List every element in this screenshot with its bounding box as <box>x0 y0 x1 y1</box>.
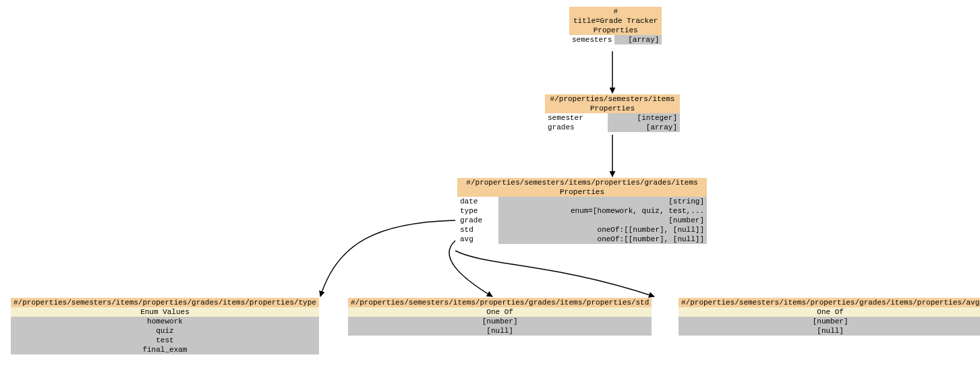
enum-value: homework <box>11 317 319 326</box>
prop-key: date <box>457 197 498 206</box>
property-row: typeenum=[homework, quiz, test,... <box>457 206 707 216</box>
enum-value-row: test <box>11 336 319 345</box>
prop-type: oneOf:[[number], [null]] <box>498 225 707 235</box>
property-row: grade[number] <box>457 216 707 225</box>
property-row: stdoneOf:[[number], [null]] <box>457 225 707 235</box>
prop-key: semester <box>545 113 608 123</box>
node-section: Properties <box>545 104 680 113</box>
property-row: semesters[array] <box>569 35 662 44</box>
prop-type: [string] <box>498 197 707 206</box>
oneof-value: [null] <box>679 326 980 336</box>
node-root-section: Properties <box>569 26 662 35</box>
prop-key: semesters <box>569 35 614 44</box>
property-row: semester[integer] <box>545 113 680 123</box>
oneof-value-row: [null] <box>679 326 980 336</box>
property-row: avgoneOf:[[number], [null]] <box>457 235 707 244</box>
node-root-path: # <box>569 7 662 16</box>
property-row: grades[array] <box>545 123 680 132</box>
node-avg-oneof: #/properties/semesters/items/properties/… <box>679 298 980 336</box>
prop-key: grade <box>457 216 498 225</box>
node-section: Properties <box>457 187 707 197</box>
node-path: #/properties/semesters/items/properties/… <box>348 298 652 307</box>
enum-value: test <box>11 336 319 345</box>
oneof-value-row: [null] <box>348 326 652 336</box>
oneof-value: [number] <box>348 317 652 326</box>
oneof-value: [null] <box>348 326 652 336</box>
enum-value-row: homework <box>11 317 319 326</box>
node-grades-items: #/properties/semesters/items/properties/… <box>457 178 707 244</box>
enum-value: quiz <box>11 326 319 336</box>
node-path: #/properties/semesters/items <box>545 94 680 104</box>
node-root: # title=Grade Tracker Properties semeste… <box>569 7 662 44</box>
enum-value-row: final_exam <box>11 345 319 354</box>
node-path: #/properties/semesters/items/properties/… <box>679 298 980 307</box>
node-section: One Of <box>348 307 652 317</box>
prop-type: [number] <box>498 216 707 225</box>
oneof-value-row: [number] <box>348 317 652 326</box>
oneof-value: [number] <box>679 317 980 326</box>
prop-type: [array] <box>608 123 680 132</box>
node-root-title: title=Grade Tracker <box>569 16 662 26</box>
prop-type: [array] <box>614 35 662 44</box>
property-row: date[string] <box>457 197 707 206</box>
prop-type: oneOf:[[number], [null]] <box>498 235 707 244</box>
prop-type: [integer] <box>608 113 680 123</box>
enum-value-row: quiz <box>11 326 319 336</box>
prop-key: type <box>457 206 498 216</box>
node-path: #/properties/semesters/items/properties/… <box>457 178 707 187</box>
prop-type: enum=[homework, quiz, test,... <box>498 206 707 216</box>
prop-key: grades <box>545 123 608 132</box>
prop-key: std <box>457 225 498 235</box>
node-path: #/properties/semesters/items/properties/… <box>11 298 319 307</box>
node-section: One Of <box>679 307 980 317</box>
enum-value: final_exam <box>11 345 319 354</box>
node-semesters-items: #/properties/semesters/items Properties … <box>545 94 680 132</box>
node-type-enum: #/properties/semesters/items/properties/… <box>11 298 319 354</box>
node-std-oneof: #/properties/semesters/items/properties/… <box>348 298 652 336</box>
prop-key: avg <box>457 235 498 244</box>
node-section: Enum Values <box>11 307 319 317</box>
oneof-value-row: [number] <box>679 317 980 326</box>
